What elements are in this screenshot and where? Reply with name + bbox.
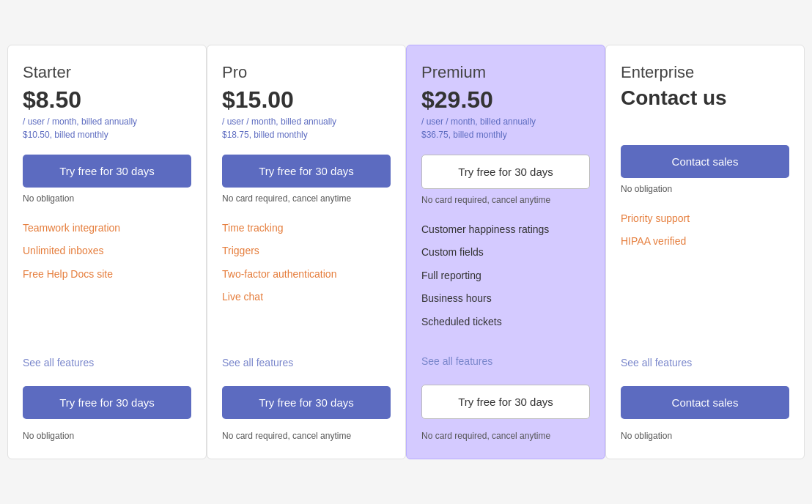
starter-feature-2: Unlimited inboxes xyxy=(23,244,191,259)
pro-cta-top-button[interactable]: Try free for 30 days xyxy=(222,155,391,188)
plan-enterprise: Enterprise Contact us Contact sales No o… xyxy=(605,45,805,460)
premium-see-all-features[interactable]: See all features xyxy=(421,355,590,367)
pro-billing-annual: / user / month, billed annually xyxy=(222,116,391,127)
enterprise-feature-2: HIPAA verified xyxy=(621,234,789,249)
premium-feature-5: Scheduled tickets xyxy=(421,315,590,330)
pricing-container: Starter $8.50 / user / month, billed ann… xyxy=(7,45,805,460)
enterprise-cta-bottom-button[interactable]: Contact sales xyxy=(621,386,789,419)
starter-price: $8.50 xyxy=(23,86,191,114)
pro-feature-4: Live chat xyxy=(222,290,391,305)
starter-billing-monthly: $10.50, billed monthly xyxy=(23,130,191,140)
premium-billing-monthly: $36.75, billed monthly xyxy=(421,130,590,140)
pro-bottom: Try free for 30 days No card required, c… xyxy=(222,386,391,441)
premium-billing-annual: / user / month, billed annually xyxy=(421,116,590,127)
starter-cta-bottom-button[interactable]: Try free for 30 days xyxy=(23,386,191,419)
pro-billing-monthly: $18.75, billed monthly xyxy=(222,130,391,140)
starter-features-list: Teamwork integration Unlimited inboxes F… xyxy=(23,221,191,340)
pro-cta-bottom-note: No card required, cancel anytime xyxy=(222,431,391,441)
starter-billing-annual: / user / month, billed annually xyxy=(23,116,191,127)
premium-feature-1: Customer happiness ratings xyxy=(421,223,590,237)
enterprise-bottom: Contact sales No obligation xyxy=(621,386,789,441)
starter-bottom: Try free for 30 days No obligation xyxy=(23,386,191,441)
premium-price: $29.50 xyxy=(421,86,590,114)
enterprise-features-list: Priority support HIPAA verified xyxy=(621,212,789,340)
premium-feature-4: Business hours xyxy=(421,292,590,306)
pro-name: Pro xyxy=(222,63,391,82)
premium-cta-top-button[interactable]: Try free for 30 days xyxy=(421,155,590,189)
pro-feature-2: Triggers xyxy=(222,244,391,259)
starter-see-all-features[interactable]: See all features xyxy=(23,357,191,368)
pro-features-list: Time tracking Triggers Two-factor authen… xyxy=(222,221,391,340)
starter-name: Starter xyxy=(23,63,191,82)
plan-premium: Premium $29.50 / user / month, billed an… xyxy=(406,45,605,460)
premium-name: Premium xyxy=(421,63,590,82)
plan-pro: Pro $15.00 / user / month, billed annual… xyxy=(207,45,406,460)
enterprise-name: Enterprise xyxy=(621,63,789,82)
pro-see-all-features[interactable]: See all features xyxy=(222,357,391,368)
enterprise-price: Contact us xyxy=(621,86,789,110)
enterprise-cta-top-note: No obligation xyxy=(621,184,789,194)
starter-cta-top-note: No obligation xyxy=(23,193,191,204)
starter-feature-3: Free Help Docs site xyxy=(23,267,191,282)
enterprise-cta-bottom-note: No obligation xyxy=(621,431,789,441)
premium-cta-top-note: No card required, cancel anytime xyxy=(421,195,590,205)
plan-starter: Starter $8.50 / user / month, billed ann… xyxy=(7,45,207,460)
premium-features-list: Customer happiness ratings Custom fields… xyxy=(421,223,590,338)
starter-cta-top-button[interactable]: Try free for 30 days xyxy=(23,155,191,188)
starter-cta-bottom-note: No obligation xyxy=(23,431,191,441)
premium-cta-bottom-button[interactable]: Try free for 30 days xyxy=(421,385,590,419)
premium-feature-3: Full reporting xyxy=(421,269,590,284)
premium-bottom: Try free for 30 days No card required, c… xyxy=(421,385,590,441)
premium-feature-2: Custom fields xyxy=(421,245,590,260)
starter-feature-1: Teamwork integration xyxy=(23,221,191,236)
enterprise-cta-top-button[interactable]: Contact sales xyxy=(621,145,789,178)
premium-cta-bottom-note: No card required, cancel anytime xyxy=(421,431,590,441)
enterprise-see-all-features[interactable]: See all features xyxy=(621,357,789,368)
pro-feature-3: Two-factor authentication xyxy=(222,267,391,282)
pro-price: $15.00 xyxy=(222,86,391,114)
enterprise-feature-1: Priority support xyxy=(621,212,789,226)
pro-feature-1: Time tracking xyxy=(222,221,391,236)
pro-cta-bottom-button[interactable]: Try free for 30 days xyxy=(222,386,391,419)
pro-cta-top-note: No card required, cancel anytime xyxy=(222,193,391,204)
